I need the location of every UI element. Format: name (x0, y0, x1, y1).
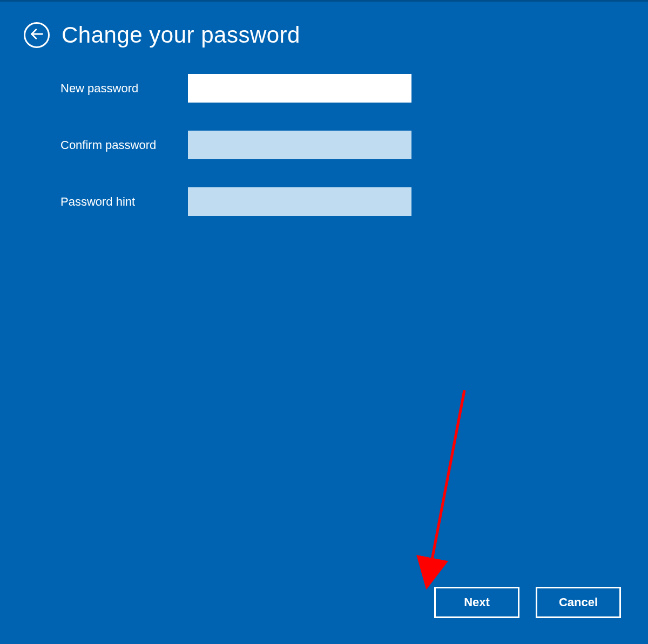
new-password-label: New password (60, 82, 188, 96)
cancel-button[interactable]: Cancel (536, 587, 621, 618)
confirm-password-label: Confirm password (60, 138, 188, 152)
password-form: New password Confirm password Password h… (0, 74, 648, 216)
page-title: Change your password (62, 22, 300, 48)
confirm-password-row: Confirm password (60, 131, 648, 159)
password-hint-row: Password hint (60, 187, 648, 216)
back-button[interactable] (24, 22, 50, 48)
arrow-left-icon (29, 26, 44, 44)
password-hint-input[interactable] (188, 187, 411, 216)
next-button[interactable]: Next (434, 587, 519, 618)
page-header: Change your password (0, 2, 648, 48)
confirm-password-input[interactable] (188, 131, 411, 159)
new-password-row: New password (60, 74, 648, 103)
footer-actions: Next Cancel (434, 587, 621, 618)
password-hint-label: Password hint (60, 195, 188, 209)
annotation-arrow (389, 385, 481, 595)
new-password-input[interactable] (188, 74, 411, 103)
svg-line-2 (429, 390, 464, 574)
